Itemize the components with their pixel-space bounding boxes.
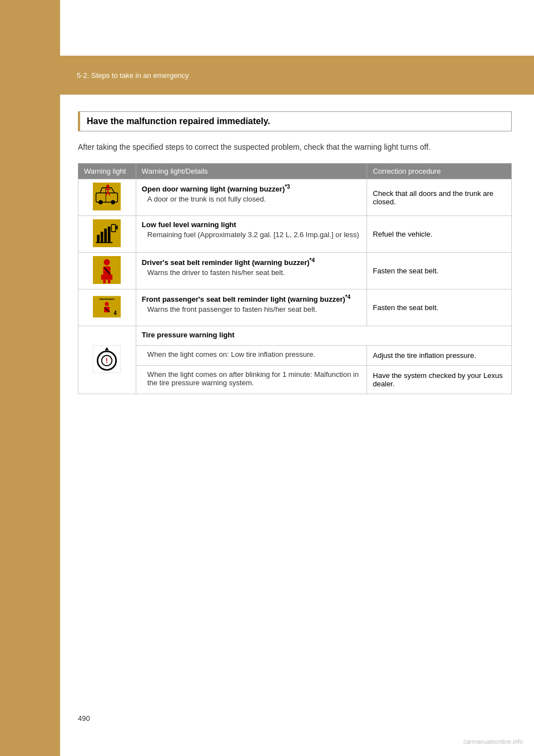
svg-point-4 xyxy=(111,200,115,204)
detail-body-fuel: Remaining fuel (Approximately 3.2 gal. [… xyxy=(142,230,361,239)
table-row-tire-sub1: When the light comes on: Low tire inflat… xyxy=(78,346,512,366)
intro-text: After taking the specified steps to corr… xyxy=(78,141,512,153)
table-row-tire-header: ! Tire pressure warning light xyxy=(78,326,512,346)
correction-cell-seatbelt-passenger: Fasten the seat belt. xyxy=(367,289,512,326)
svg-rect-14 xyxy=(108,227,111,242)
detail-body-tire-sub1: When the light comes on: Low tire inflat… xyxy=(142,350,361,359)
correction-cell-fuel: Refuel the vehicle. xyxy=(367,216,512,253)
svg-rect-22 xyxy=(103,280,106,283)
detail-cell-tire-sub2: When the light comes on after blinking f… xyxy=(136,366,367,394)
detail-body-open-door: A door or the trunk is not fully closed. xyxy=(142,195,361,203)
svg-text:4: 4 xyxy=(114,310,117,316)
malfunction-heading: Have the malfunction repaired immediatel… xyxy=(78,111,512,131)
table-row: PASSENGER 4 Front passenger's seat belt … xyxy=(78,289,512,326)
col-header-light: Warning light xyxy=(78,164,136,179)
warning-table: Warning light Warning light/Details Corr… xyxy=(78,163,512,394)
table-row: Driver's seat belt reminder light (warni… xyxy=(78,253,512,289)
table-row: Open door warning light (warning buzzer)… xyxy=(78,179,512,216)
icon-cell-open-door xyxy=(78,179,136,216)
icon-cell-seatbelt-passenger: PASSENGER 4 xyxy=(78,289,136,326)
detail-cell-tire-sub1: When the light comes on: Low tire inflat… xyxy=(136,346,367,366)
page-number: 490 xyxy=(78,714,90,723)
svg-text:!: ! xyxy=(106,356,108,365)
detail-title-open-door: Open door warning light (warning buzzer)… xyxy=(142,184,361,193)
seatbelt-driver-icon xyxy=(93,256,121,284)
detail-body-tire-sub2: When the light comes on after blinking f… xyxy=(142,370,361,387)
table-row: Low fuel level warning light Remaining f… xyxy=(78,216,512,253)
detail-title-tire: Tire pressure warning light xyxy=(142,331,506,339)
svg-rect-12 xyxy=(101,232,103,242)
detail-title-fuel: Low fuel level warning light xyxy=(142,220,361,229)
svg-rect-21 xyxy=(101,274,112,279)
col-header-details: Warning light/Details xyxy=(136,164,367,179)
svg-rect-11 xyxy=(97,235,100,242)
svg-rect-13 xyxy=(105,229,107,242)
svg-text:PASSENGER: PASSENGER xyxy=(100,298,114,301)
detail-cell-tire-title: Tire pressure warning light xyxy=(136,326,511,346)
icon-cell-tire: ! xyxy=(78,326,136,394)
detail-title-seatbelt-passenger: Front passenger's seat belt reminder lig… xyxy=(142,294,361,303)
table-row-tire-sub2: When the light comes on after blinking f… xyxy=(78,366,512,394)
detail-title-seatbelt-driver: Driver's seat belt reminder light (warni… xyxy=(142,257,361,267)
svg-point-18 xyxy=(104,259,110,266)
svg-point-3 xyxy=(99,200,103,204)
svg-rect-16 xyxy=(96,242,113,243)
col-header-correction: Correction procedure xyxy=(367,164,512,179)
fuel-icon xyxy=(93,219,121,247)
detail-cell-open-door: Open door warning light (warning buzzer)… xyxy=(136,179,367,216)
detail-body-seatbelt-driver: Warns the driver to fasten his/her seat … xyxy=(142,268,361,277)
correction-cell-seatbelt-driver: Fasten the seat belt. xyxy=(367,253,512,289)
top-header: 5-2. Steps to take in an emergency xyxy=(60,56,534,95)
correction-cell-tire-sub1: Adjust the tire inflation pressure. xyxy=(367,346,512,366)
tire-pressure-icon: ! xyxy=(93,345,121,373)
detail-cell-seatbelt-passenger: Front passenger's seat belt reminder lig… xyxy=(136,289,367,326)
open-door-icon xyxy=(93,183,121,210)
svg-point-26 xyxy=(105,302,109,306)
left-sidebar xyxy=(0,0,60,756)
correction-cell-open-door: Check that all doors and the trunk are c… xyxy=(367,179,512,216)
detail-body-seatbelt-passenger: Warns the front passenger to fasten his/… xyxy=(142,305,361,313)
detail-cell-fuel: Low fuel level warning light Remaining f… xyxy=(136,216,367,253)
seatbelt-passenger-icon: PASSENGER 4 xyxy=(93,293,121,321)
section-title: 5-2. Steps to take in an emergency xyxy=(77,71,189,80)
icon-cell-fuel xyxy=(78,216,136,253)
detail-cell-seatbelt-driver: Driver's seat belt reminder light (warni… xyxy=(136,253,367,289)
svg-point-5 xyxy=(106,185,110,188)
main-content: Have the malfunction repaired immediatel… xyxy=(78,111,512,394)
icon-cell-seatbelt-driver xyxy=(78,253,136,289)
svg-rect-23 xyxy=(108,280,111,283)
watermark: carmanualsonline.info xyxy=(463,738,523,745)
correction-cell-tire-sub2: Have the system checked by your Lexus de… xyxy=(367,366,512,394)
